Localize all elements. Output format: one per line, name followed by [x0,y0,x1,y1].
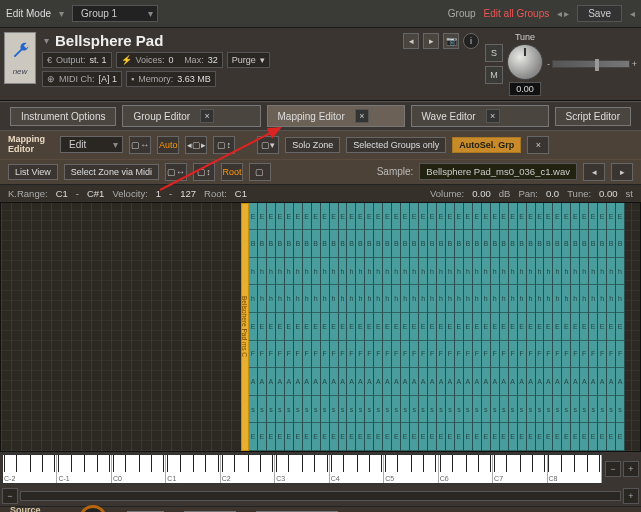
zones-area[interactable]: EBhhEFAsEEBhhEFAsEEBhhEFAsEEBhhEFAsEEBhh… [249,203,625,451]
select-zone-midi-button[interactable]: Select Zone via Midi [64,164,159,180]
zoom-out-v-icon[interactable]: − [605,461,621,477]
zoom-in-h-icon[interactable]: + [623,488,639,504]
prev-preset-icon[interactable]: ◂ [403,33,419,49]
output-param[interactable]: € Output: st. 1 [42,52,112,68]
new-label: new [13,67,28,76]
save-button[interactable]: Save [577,5,622,22]
velocity-label: Velocity: [112,188,147,199]
edit-menu[interactable]: Edit [60,136,123,153]
volume-slider[interactable]: -+ [547,55,637,73]
voices-param: ⚡ Voices: 0 Max: 32 [116,52,223,68]
memory-param: ▪ Memory: 3.63 MB [126,71,216,87]
solo-zone-button[interactable]: Solo Zone [285,137,340,153]
prev-instr-icon[interactable]: ▾ [59,8,64,19]
zone-tune-value[interactable]: 0.00 [599,188,618,199]
close-icon[interactable]: × [200,109,214,123]
prev-sample-icon[interactable]: ◂ [583,163,605,181]
source-knob[interactable] [79,505,107,512]
snapshot-icon[interactable]: 📷 [443,33,459,49]
mapping-grid[interactable]: Bellsphere Pad ms C EBhhEFAsEEBhhEFAsEEB… [0,202,641,452]
tab-mapping-editor[interactable]: Mapping Editor× [267,105,405,127]
tab-script-editor[interactable]: Script Editor [555,107,631,126]
autosel-grp-button[interactable]: AutoSel. Grp [452,137,521,153]
selected-groups-button[interactable]: Selected Groups only [346,137,446,153]
auto-button[interactable]: Auto [157,136,179,154]
close-icon[interactable]: × [355,109,369,123]
group-label: Group [448,8,476,19]
vel-lo[interactable]: 1 [156,188,161,199]
mute-button[interactable]: M [485,66,503,84]
mapping-editor-title: Mapping Editor [8,135,54,155]
source-title: Source [10,505,59,512]
wrench-icon [10,41,30,61]
snap-v-icon[interactable]: ▢↕ [213,136,235,154]
sample-name[interactable]: Bellsphere Pad_ms0_036_c1.wav [419,163,577,180]
group-selector[interactable]: Group 1 [72,5,158,22]
info-icon[interactable]: i [463,33,479,49]
next-sample-icon[interactable]: ▸ [611,163,633,181]
tune-knob[interactable] [507,44,543,80]
tune-value[interactable]: 0.00 [509,82,541,96]
collapse-icon[interactable]: ◂ [630,8,635,19]
undo-icon[interactable]: ◂ [557,8,562,19]
selected-zone[interactable]: Bellsphere Pad ms C [241,203,249,451]
redo-icon[interactable]: ▸ [564,8,569,19]
zone-tune-label: Tune: [567,188,591,199]
keyboard[interactable]: C-2C-1C0C1C2C3C4C5C6C7C8 [2,454,603,484]
volume-value[interactable]: 0.00 [472,188,491,199]
krange-label: K.Range: [8,188,48,199]
tune-label: Tune [515,32,535,42]
purge-menu[interactable]: Purge ▾ [227,52,270,68]
zone-mode-icon[interactable]: ▢▾ [257,136,279,154]
rootkey-label: Root: [204,188,227,199]
expand-icon[interactable]: ▾ [44,35,49,46]
wrench-button[interactable]: new [4,32,36,84]
edit-all-groups[interactable]: Edit all Groups [484,8,550,19]
sample-label: Sample: [377,166,414,177]
midi-param[interactable]: ⊕ MIDI Ch: [A] 1 [42,71,122,87]
tab-group-editor[interactable]: Group Editor× [122,105,260,127]
krange-lo[interactable]: C1 [56,188,68,199]
close-panel-icon[interactable]: × [527,136,549,154]
edit-mode-label: Edit Mode [6,8,51,19]
lock-icon[interactable]: ▢↔ [129,136,151,154]
rootkey-value[interactable]: C1 [235,188,247,199]
volume-label: Volume: [430,188,464,199]
pan-value[interactable]: 0.0 [546,188,559,199]
midi-trig-a-icon[interactable]: ▢↔ [165,163,187,181]
root-mode-icon[interactable]: ▢ [249,163,271,181]
snap-h-icon[interactable]: ◂▢▸ [185,136,207,154]
h-scrollbar[interactable] [20,491,621,501]
zoom-out-h-icon[interactable]: − [2,488,18,504]
next-preset-icon[interactable]: ▸ [423,33,439,49]
vel-hi[interactable]: 127 [180,188,196,199]
close-icon[interactable]: × [486,109,500,123]
solo-button[interactable]: S [485,44,503,62]
pan-label: Pan: [518,188,538,199]
instrument-title: Bellsphere Pad [55,32,399,49]
krange-hi[interactable]: C#1 [87,188,104,199]
list-view-button[interactable]: List View [8,164,58,180]
midi-trig-b-icon[interactable]: ▢↕ [193,163,215,181]
root-button[interactable]: Root [221,163,243,181]
tab-instrument-options[interactable]: Instrument Options [10,107,116,126]
tab-wave-editor[interactable]: Wave Editor× [411,105,549,127]
zoom-in-v-icon[interactable]: + [623,461,639,477]
